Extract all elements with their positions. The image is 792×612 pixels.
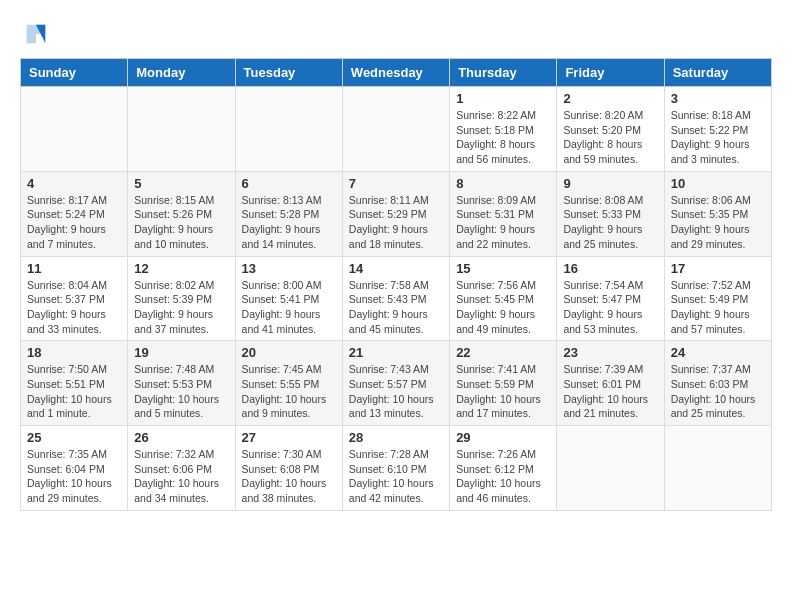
- day-number: 2: [563, 91, 657, 106]
- day-number: 19: [134, 345, 228, 360]
- day-number: 29: [456, 430, 550, 445]
- calendar-cell: 26Sunrise: 7:32 AM Sunset: 6:06 PM Dayli…: [128, 426, 235, 511]
- day-number: 3: [671, 91, 765, 106]
- calendar-cell: 1Sunrise: 8:22 AM Sunset: 5:18 PM Daylig…: [450, 87, 557, 172]
- calendar-cell: 8Sunrise: 8:09 AM Sunset: 5:31 PM Daylig…: [450, 171, 557, 256]
- weekday-thursday: Thursday: [450, 59, 557, 87]
- day-info: Sunrise: 7:52 AM Sunset: 5:49 PM Dayligh…: [671, 278, 765, 337]
- day-number: 13: [242, 261, 336, 276]
- day-info: Sunrise: 8:13 AM Sunset: 5:28 PM Dayligh…: [242, 193, 336, 252]
- week-row-4: 18Sunrise: 7:50 AM Sunset: 5:51 PM Dayli…: [21, 341, 772, 426]
- day-info: Sunrise: 7:41 AM Sunset: 5:59 PM Dayligh…: [456, 362, 550, 421]
- day-number: 15: [456, 261, 550, 276]
- day-number: 12: [134, 261, 228, 276]
- day-info: Sunrise: 8:18 AM Sunset: 5:22 PM Dayligh…: [671, 108, 765, 167]
- day-number: 24: [671, 345, 765, 360]
- day-info: Sunrise: 7:28 AM Sunset: 6:10 PM Dayligh…: [349, 447, 443, 506]
- day-info: Sunrise: 8:22 AM Sunset: 5:18 PM Dayligh…: [456, 108, 550, 167]
- day-number: 17: [671, 261, 765, 276]
- calendar-cell: 15Sunrise: 7:56 AM Sunset: 5:45 PM Dayli…: [450, 256, 557, 341]
- day-info: Sunrise: 7:32 AM Sunset: 6:06 PM Dayligh…: [134, 447, 228, 506]
- day-info: Sunrise: 8:20 AM Sunset: 5:20 PM Dayligh…: [563, 108, 657, 167]
- calendar-cell: 19Sunrise: 7:48 AM Sunset: 5:53 PM Dayli…: [128, 341, 235, 426]
- calendar-cell: 4Sunrise: 8:17 AM Sunset: 5:24 PM Daylig…: [21, 171, 128, 256]
- week-row-5: 25Sunrise: 7:35 AM Sunset: 6:04 PM Dayli…: [21, 426, 772, 511]
- calendar-cell: 25Sunrise: 7:35 AM Sunset: 6:04 PM Dayli…: [21, 426, 128, 511]
- calendar-cell: 9Sunrise: 8:08 AM Sunset: 5:33 PM Daylig…: [557, 171, 664, 256]
- calendar-cell: 7Sunrise: 8:11 AM Sunset: 5:29 PM Daylig…: [342, 171, 449, 256]
- calendar-cell: 12Sunrise: 8:02 AM Sunset: 5:39 PM Dayli…: [128, 256, 235, 341]
- day-number: 6: [242, 176, 336, 191]
- day-info: Sunrise: 8:04 AM Sunset: 5:37 PM Dayligh…: [27, 278, 121, 337]
- day-number: 25: [27, 430, 121, 445]
- calendar-cell: [128, 87, 235, 172]
- calendar-cell: [342, 87, 449, 172]
- calendar-cell: 22Sunrise: 7:41 AM Sunset: 5:59 PM Dayli…: [450, 341, 557, 426]
- calendar-cell: 20Sunrise: 7:45 AM Sunset: 5:55 PM Dayli…: [235, 341, 342, 426]
- day-number: 9: [563, 176, 657, 191]
- day-number: 22: [456, 345, 550, 360]
- day-number: 21: [349, 345, 443, 360]
- calendar-cell: 23Sunrise: 7:39 AM Sunset: 6:01 PM Dayli…: [557, 341, 664, 426]
- day-info: Sunrise: 7:37 AM Sunset: 6:03 PM Dayligh…: [671, 362, 765, 421]
- weekday-tuesday: Tuesday: [235, 59, 342, 87]
- day-info: Sunrise: 7:30 AM Sunset: 6:08 PM Dayligh…: [242, 447, 336, 506]
- day-info: Sunrise: 7:35 AM Sunset: 6:04 PM Dayligh…: [27, 447, 121, 506]
- calendar-cell: [664, 426, 771, 511]
- day-info: Sunrise: 7:43 AM Sunset: 5:57 PM Dayligh…: [349, 362, 443, 421]
- calendar-cell: 3Sunrise: 8:18 AM Sunset: 5:22 PM Daylig…: [664, 87, 771, 172]
- calendar-cell: 5Sunrise: 8:15 AM Sunset: 5:26 PM Daylig…: [128, 171, 235, 256]
- day-info: Sunrise: 7:48 AM Sunset: 5:53 PM Dayligh…: [134, 362, 228, 421]
- day-info: Sunrise: 7:45 AM Sunset: 5:55 PM Dayligh…: [242, 362, 336, 421]
- calendar-cell: 21Sunrise: 7:43 AM Sunset: 5:57 PM Dayli…: [342, 341, 449, 426]
- calendar-table: SundayMondayTuesdayWednesdayThursdayFrid…: [20, 58, 772, 511]
- calendar-cell: 10Sunrise: 8:06 AM Sunset: 5:35 PM Dayli…: [664, 171, 771, 256]
- calendar-cell: [557, 426, 664, 511]
- weekday-header-row: SundayMondayTuesdayWednesdayThursdayFrid…: [21, 59, 772, 87]
- weekday-monday: Monday: [128, 59, 235, 87]
- calendar-cell: 28Sunrise: 7:28 AM Sunset: 6:10 PM Dayli…: [342, 426, 449, 511]
- calendar-cell: 2Sunrise: 8:20 AM Sunset: 5:20 PM Daylig…: [557, 87, 664, 172]
- day-number: 14: [349, 261, 443, 276]
- page: SundayMondayTuesdayWednesdayThursdayFrid…: [0, 0, 792, 531]
- weekday-friday: Friday: [557, 59, 664, 87]
- day-info: Sunrise: 7:58 AM Sunset: 5:43 PM Dayligh…: [349, 278, 443, 337]
- day-info: Sunrise: 8:00 AM Sunset: 5:41 PM Dayligh…: [242, 278, 336, 337]
- day-info: Sunrise: 8:06 AM Sunset: 5:35 PM Dayligh…: [671, 193, 765, 252]
- day-number: 16: [563, 261, 657, 276]
- calendar-cell: 6Sunrise: 8:13 AM Sunset: 5:28 PM Daylig…: [235, 171, 342, 256]
- day-number: 23: [563, 345, 657, 360]
- calendar-cell: 18Sunrise: 7:50 AM Sunset: 5:51 PM Dayli…: [21, 341, 128, 426]
- day-number: 7: [349, 176, 443, 191]
- logo-icon: [22, 20, 50, 48]
- day-number: 18: [27, 345, 121, 360]
- day-number: 1: [456, 91, 550, 106]
- calendar-cell: 17Sunrise: 7:52 AM Sunset: 5:49 PM Dayli…: [664, 256, 771, 341]
- day-info: Sunrise: 7:54 AM Sunset: 5:47 PM Dayligh…: [563, 278, 657, 337]
- weekday-wednesday: Wednesday: [342, 59, 449, 87]
- calendar-cell: 14Sunrise: 7:58 AM Sunset: 5:43 PM Dayli…: [342, 256, 449, 341]
- logo: [20, 20, 50, 48]
- day-number: 10: [671, 176, 765, 191]
- week-row-1: 1Sunrise: 8:22 AM Sunset: 5:18 PM Daylig…: [21, 87, 772, 172]
- calendar-cell: 16Sunrise: 7:54 AM Sunset: 5:47 PM Dayli…: [557, 256, 664, 341]
- day-info: Sunrise: 8:17 AM Sunset: 5:24 PM Dayligh…: [27, 193, 121, 252]
- day-number: 28: [349, 430, 443, 445]
- day-info: Sunrise: 8:08 AM Sunset: 5:33 PM Dayligh…: [563, 193, 657, 252]
- day-info: Sunrise: 7:56 AM Sunset: 5:45 PM Dayligh…: [456, 278, 550, 337]
- calendar-cell: [21, 87, 128, 172]
- calendar-cell: 24Sunrise: 7:37 AM Sunset: 6:03 PM Dayli…: [664, 341, 771, 426]
- day-number: 4: [27, 176, 121, 191]
- day-info: Sunrise: 8:15 AM Sunset: 5:26 PM Dayligh…: [134, 193, 228, 252]
- day-info: Sunrise: 8:11 AM Sunset: 5:29 PM Dayligh…: [349, 193, 443, 252]
- day-number: 5: [134, 176, 228, 191]
- day-number: 11: [27, 261, 121, 276]
- day-number: 27: [242, 430, 336, 445]
- calendar-cell: 11Sunrise: 8:04 AM Sunset: 5:37 PM Dayli…: [21, 256, 128, 341]
- calendar-cell: 29Sunrise: 7:26 AM Sunset: 6:12 PM Dayli…: [450, 426, 557, 511]
- header: [20, 20, 772, 48]
- weekday-saturday: Saturday: [664, 59, 771, 87]
- day-number: 8: [456, 176, 550, 191]
- day-info: Sunrise: 8:02 AM Sunset: 5:39 PM Dayligh…: [134, 278, 228, 337]
- day-number: 26: [134, 430, 228, 445]
